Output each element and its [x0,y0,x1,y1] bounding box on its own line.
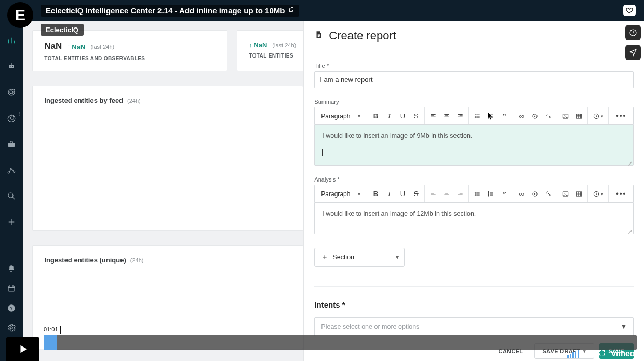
quote-button[interactable]: ” [498,108,511,124]
nav-bell-icon[interactable] [6,263,17,274]
nav-graph-icon[interactable] [6,165,17,175]
svg-point-9 [14,171,15,173]
svg-point-19 [475,117,476,118]
bold-button[interactable]: B [369,108,382,124]
video-title[interactable]: EclecticIQ Intelligence Center 2.14 - Ad… [41,5,299,17]
infinity-button[interactable]: ∞ [515,186,528,202]
svg-rect-16 [318,36,320,37]
more-button[interactable]: ••• [613,186,629,202]
chevron-down-icon: ▾ [601,114,603,119]
analysis-text: I would like to insert an image of 12Mb … [322,210,476,217]
add-section-button[interactable]: ＋ Section ▾ [314,248,405,267]
list-ol-button[interactable]: 123 [485,186,497,202]
svg-rect-27 [577,114,582,118]
image-button[interactable] [559,108,572,124]
target-button[interactable] [529,186,541,202]
nav-help-icon[interactable]: ? [6,303,17,313]
video-author[interactable]: EclecticIQ [41,24,84,36]
nav-target-icon[interactable] [6,87,17,98]
vimeo-logo[interactable]: vimeo [611,349,635,358]
table-button[interactable] [573,186,585,202]
strike-button[interactable]: S [410,186,422,202]
app-content: NaN ↑NaN (last 24h) TOTAL ENTITIES AND O… [23,21,644,361]
bold-button[interactable]: B [369,186,382,202]
svg-point-24 [534,115,535,116]
italic-button[interactable]: I [383,186,395,202]
block-style-select[interactable]: Paragraph▾ [317,186,365,202]
stat-value: NaN [44,41,62,51]
clock-widget[interactable] [625,25,641,40]
stat-label: TOTAL ENTITIES [249,53,303,59]
nav-briefcase-icon[interactable] [6,139,17,149]
strike-button[interactable]: S [410,108,422,124]
infinity-button[interactable]: ∞ [515,108,528,124]
app-sidebar: ! ? [0,21,23,361]
list-ul-button[interactable] [471,186,484,202]
align-center-button[interactable] [440,186,453,202]
align-center-button[interactable] [440,108,453,124]
intents-select[interactable]: Please select one or more options ▼ [314,317,634,336]
underline-button[interactable]: U [396,108,409,124]
plus-icon: ＋ [321,253,328,262]
volume-control[interactable] [567,350,579,358]
stat-period: (last 24h) [90,44,114,50]
align-left-button[interactable] [427,186,439,202]
stat-card-entities-observables: NaN ↑NaN (last 24h) TOTAL ENTITIES AND O… [32,30,227,71]
nav-add-icon[interactable] [6,217,17,227]
analysis-editor[interactable]: I would like to insert an image of 12Mb … [314,202,634,234]
arrow-up-icon: ↑ [67,43,70,50]
settings-icon[interactable] [584,349,593,359]
target-button[interactable] [529,108,541,124]
table-button[interactable] [573,108,585,124]
chevron-down-icon: ▾ [601,191,603,197]
chevron-down-icon: ▾ [396,254,399,261]
link-button[interactable] [542,186,555,202]
svg-point-8 [11,168,12,170]
nav-fire-icon[interactable]: ! [6,113,17,123]
link-button[interactable] [542,108,555,124]
summary-editor[interactable]: I would like to insert an image of 9Mb i… [314,124,634,166]
chevron-down-icon: ▾ [358,191,360,197]
video-controls: 01:01 vimeo [0,335,644,361]
title-input[interactable] [314,71,634,88]
like-button[interactable] [623,5,636,16]
video-title-text: EclecticIQ Intelligence Center 2.14 - Ad… [46,6,285,15]
align-right-button[interactable] [454,108,466,124]
quote-button[interactable]: ” [498,186,511,202]
align-left-button[interactable] [427,108,439,124]
panel-title-text: Ingested entities by feed [44,96,123,104]
svg-rect-15 [318,35,320,36]
nav-calendar-icon[interactable] [6,283,17,294]
resize-handle-icon[interactable] [627,228,632,233]
create-report-pane: Create report Title * Summary Paragraph▾… [303,21,644,361]
nav-dashboard-icon[interactable] [6,35,17,46]
cursor-icon [487,112,494,123]
play-button[interactable] [6,337,39,361]
more-button[interactable]: ••• [613,108,629,124]
history-button[interactable]: ▾ [590,186,606,202]
nav-robot-icon[interactable] [6,61,17,72]
block-style-select[interactable]: Paragraph▾ [317,108,365,124]
nav-settings-icon[interactable] [6,323,17,333]
italic-button[interactable]: I [383,108,395,124]
image-button[interactable] [559,186,572,202]
progress-bar[interactable] [44,335,637,350]
nav-search-icon[interactable] [6,191,17,201]
svg-point-3 [12,66,14,67]
analysis-toolbar: Paragraph▾ B I U S [314,185,634,202]
history-button[interactable]: ▾ [590,108,606,124]
summary-toolbar: Paragraph▾ B I U S [314,107,634,124]
svg-point-36 [534,193,535,194]
stat-card-entities: ↑NaN (last 24h) TOTAL ENTITIES [237,30,303,71]
list-ul-button[interactable] [471,108,484,124]
align-right-button[interactable] [454,186,466,202]
intents-placeholder: Please select one or more options [321,323,419,330]
external-link-icon [288,7,294,15]
fullscreen-icon[interactable] [598,349,606,359]
resize-handle-icon[interactable] [627,159,632,164]
arrow-up-icon: ↑ [249,41,252,49]
underline-button[interactable]: U [396,186,409,202]
report-icon [314,30,324,41]
send-widget[interactable] [625,45,641,60]
video-timestamp: 01:01 [44,326,61,334]
